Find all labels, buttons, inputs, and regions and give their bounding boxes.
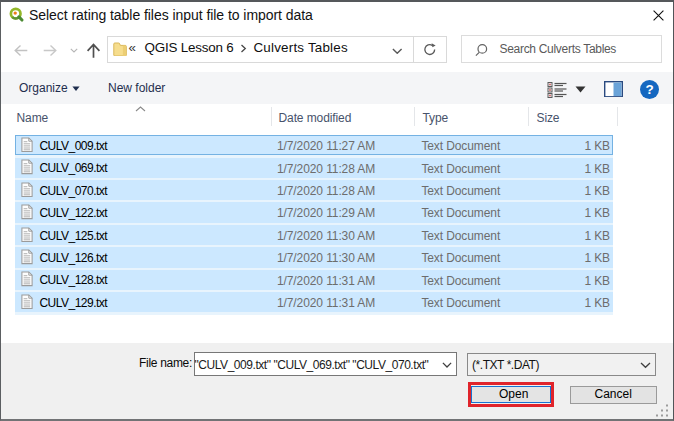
svg-text:?: ?: [645, 82, 653, 97]
